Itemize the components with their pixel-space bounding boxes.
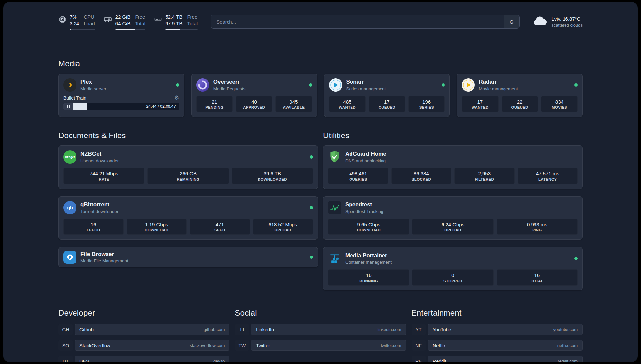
- section-title-utilities: Utilities: [323, 131, 583, 140]
- pause-button[interactable]: [63, 103, 73, 110]
- portainer-card[interactable]: Media Portainer Container management 16 …: [323, 247, 583, 290]
- plex-card[interactable]: Plex Media server Bullet Train ⚙: [58, 74, 184, 117]
- bookmark-netflix[interactable]: NF Netflix netflix.com: [412, 340, 583, 351]
- bookmark-url: github.com: [204, 327, 225, 332]
- bookmark-linkedin[interactable]: LI LinkedIn linkedin.com: [235, 324, 406, 335]
- bookmarks-entertainment: Entertainment YT YouTube youtube.com NF: [412, 308, 583, 362]
- bookmark-dev[interactable]: DT DEV dev.to: [58, 356, 229, 362]
- progress-fill: [165, 29, 180, 30]
- cpu-percent: 7%: [70, 14, 79, 20]
- bookmark-abbr: YT: [412, 324, 426, 335]
- bookmark-url: reddit.com: [558, 359, 578, 362]
- stat-label: FILTERED: [456, 177, 513, 181]
- now-playing-widget: Bullet Train ⚙ 24:44 / 02:06:47: [63, 95, 179, 110]
- memory-free: 22 GiB: [115, 14, 131, 20]
- radarr-card[interactable]: Radarr Movie management 17 WANTED 22 QUE…: [457, 74, 583, 117]
- bookmark-url: linkedin.com: [377, 327, 401, 332]
- stat-tile: 2,953 FILTERED: [454, 168, 515, 184]
- memory-widget: 22 GiB 64 GiB Free Total: [104, 14, 146, 30]
- bookmark-abbr: TW: [235, 340, 249, 351]
- disk-label-bottom: Total: [187, 20, 198, 27]
- speedtest-card[interactable]: Speedtest Speedtest Tracking 9.65 Gbps D…: [323, 196, 583, 240]
- qbittorrent-card[interactable]: qb qBittorrent Torrent downloader 16 LEE…: [58, 196, 318, 240]
- playback-progress-fill: [73, 103, 87, 110]
- stat-value: 86,384: [393, 171, 450, 176]
- bookmark-name: StackOverflow: [79, 343, 110, 348]
- bookmark-github[interactable]: GH Github github.com: [58, 324, 229, 335]
- service-subtitle: Speedtest Tracking: [345, 209, 383, 214]
- disk-free: 52.4 TB: [165, 14, 182, 20]
- service-subtitle: Media Requests: [213, 86, 246, 91]
- overseerr-card[interactable]: Overseerr Media Requests 21 PENDING 40 A…: [191, 74, 317, 117]
- stat-tile: 16 TOTAL: [497, 269, 578, 286]
- bookmark-youtube[interactable]: YT YouTube youtube.com: [412, 324, 583, 335]
- status-dot: [309, 83, 312, 87]
- service-name: Radarr: [479, 79, 518, 85]
- sonarr-card[interactable]: Sonarr Series management 485 WANTED 17 Q…: [324, 74, 450, 117]
- disk-progress-bar: [165, 29, 198, 30]
- cpu-label-bottom: Load: [84, 20, 95, 27]
- service-subtitle: Movie management: [479, 86, 518, 91]
- cloud-icon: [533, 16, 547, 28]
- bookmark-stackoverflow[interactable]: SO StackOverflow stackoverflow.com: [58, 340, 229, 351]
- stat-value: 21: [198, 99, 231, 105]
- adguard-card[interactable]: AdGuard Home DNS and adblocking 498,461 …: [323, 145, 583, 189]
- bookmark-url: twitter.com: [381, 343, 401, 348]
- stat-label: LATENCY: [519, 177, 576, 181]
- stat-label: SERIES: [410, 106, 443, 109]
- stat-label: STOPPED: [414, 279, 492, 283]
- filebrowser-icon: [63, 251, 76, 264]
- service-name: Sonarr: [346, 79, 386, 85]
- memory-label-top: Free: [135, 14, 145, 20]
- search-provider-button[interactable]: G: [504, 15, 519, 28]
- service-subtitle: DNS and adblocking: [345, 158, 386, 163]
- nzbget-icon-text: nzbget: [65, 155, 75, 159]
- stat-value: 17: [463, 99, 497, 105]
- service-subtitle: Container management: [345, 260, 392, 265]
- disk-total: 97.9 TB: [165, 20, 182, 27]
- bookmark-name: DEV: [79, 359, 89, 362]
- service-name: Speedtest: [345, 201, 383, 208]
- stat-label: QUEUED: [370, 106, 404, 109]
- stat-label: DOWNLOAD: [128, 228, 185, 232]
- stat-value: 1.19 Gbps: [128, 222, 185, 227]
- stat-label: TOTAL: [498, 279, 576, 283]
- stat-tile: 40 APPROVED: [236, 96, 272, 112]
- status-dot: [310, 155, 313, 159]
- nzbget-card[interactable]: nzbget NZBGet Usenet downloader 744.21 M…: [58, 145, 318, 189]
- stat-value: 744.21 Mbps: [65, 171, 143, 176]
- portainer-icon: [328, 252, 341, 265]
- service-subtitle: Usenet downloader: [80, 158, 119, 163]
- search-input[interactable]: [211, 19, 504, 25]
- stat-label: WANTED: [463, 106, 497, 109]
- status-dot: [574, 257, 578, 260]
- utilities-column: Utilities AdGuard Home: [323, 131, 583, 290]
- bookmark-url: dev.to: [213, 359, 225, 362]
- plex-icon: [63, 78, 76, 92]
- bookmark-abbr: GH: [58, 324, 73, 335]
- gear-icon[interactable]: ⚙: [174, 95, 179, 101]
- bookmark-name: Netflix: [433, 343, 446, 348]
- service-subtitle: Media server: [80, 86, 106, 91]
- search-bar[interactable]: G: [211, 15, 520, 29]
- bookmark-url: stackoverflow.com: [190, 343, 225, 348]
- overseerr-icon: [196, 78, 209, 92]
- stat-value: 485: [331, 99, 364, 105]
- stat-label: SEED: [191, 228, 248, 232]
- stat-value: 47.571 ms: [519, 171, 576, 176]
- stat-value: 17: [370, 99, 404, 105]
- service-name: Overseerr: [213, 79, 246, 85]
- cpu-icon: [58, 15, 66, 25]
- bookmark-twitter[interactable]: TW Twitter twitter.com: [235, 340, 406, 351]
- filebrowser-card[interactable]: File Browser Media File Management: [58, 247, 318, 267]
- adguard-icon: [328, 150, 341, 164]
- stat-label: DOWNLOAD: [330, 228, 408, 232]
- stat-tile: 834 MOVIES: [541, 96, 578, 112]
- stat-label: RATE: [65, 177, 143, 181]
- bookmark-reddit[interactable]: RE Reddit reddit.com: [412, 356, 583, 362]
- weather-widget: Lviv, 16.87°C scattered clouds: [533, 16, 583, 28]
- stat-value: 0.993 ms: [498, 222, 576, 227]
- playback-progress-bar[interactable]: 24:44 / 02:06:47: [63, 103, 179, 110]
- bookmark-name: Twitter: [256, 343, 270, 348]
- stat-label: PENDING: [198, 106, 231, 109]
